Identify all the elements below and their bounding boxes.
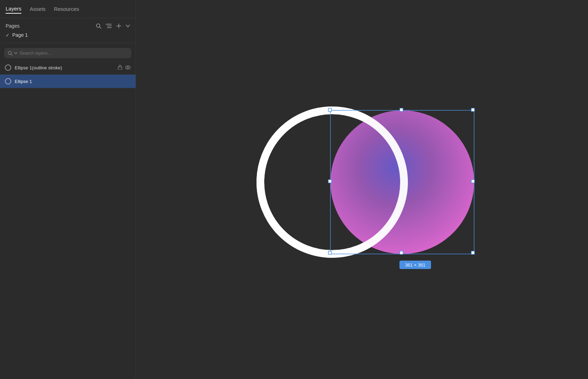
layer-name: Ellipse 1 xyxy=(15,79,131,84)
handle-lm xyxy=(328,180,331,183)
tab-layers[interactable]: Layers xyxy=(6,4,21,14)
pages-collapse-icon[interactable] xyxy=(105,23,112,28)
svg-line-8 xyxy=(11,54,13,55)
handle-bl xyxy=(328,251,331,254)
page-check-icon: ✓ xyxy=(6,33,9,38)
canvas-area[interactable]: 361 × 361 xyxy=(136,0,588,379)
layer-item-ellipse1-outline[interactable]: Ellipse 1(outline stroke) xyxy=(0,61,136,75)
handle-rm xyxy=(471,180,474,183)
svg-point-10 xyxy=(125,66,130,69)
pages-search-icon[interactable] xyxy=(96,23,101,29)
pages-dropdown-icon[interactable] xyxy=(126,25,130,27)
layer-shape-icon xyxy=(5,64,11,71)
handle-bm xyxy=(400,251,403,254)
svg-rect-9 xyxy=(118,67,122,70)
tab-bar: Layers Assets Resources xyxy=(0,0,136,18)
page-item-page1[interactable]: ✓ Page 1 xyxy=(6,29,130,39)
lock-icon[interactable] xyxy=(118,64,122,71)
search-layers-input[interactable] xyxy=(20,50,128,56)
eye-icon[interactable] xyxy=(125,65,131,70)
pages-add-icon[interactable] xyxy=(116,23,122,29)
layers-list: Ellipse 1(outline stroke) xyxy=(0,61,136,88)
pages-title: Pages xyxy=(6,23,20,29)
svg-line-1 xyxy=(100,27,101,28)
page-name: Page 1 xyxy=(12,32,28,38)
layer-actions xyxy=(118,64,131,71)
handle-br xyxy=(471,251,474,254)
canvas-svg: 361 × 361 xyxy=(136,0,588,379)
pages-section: Pages xyxy=(0,18,136,43)
handle-tl xyxy=(328,108,331,111)
layer-shape-icon xyxy=(5,78,11,84)
search-icon-wrap[interactable] xyxy=(8,51,18,56)
size-label-text: 361 × 361 xyxy=(405,262,425,268)
canvas-content: 361 × 361 xyxy=(136,0,588,379)
search-bar xyxy=(4,48,131,58)
layer-item-ellipse1[interactable]: Ellipse 1 xyxy=(0,75,136,88)
svg-point-11 xyxy=(127,67,129,68)
pages-icons xyxy=(96,23,130,29)
pages-header: Pages xyxy=(6,23,130,29)
sidebar: Layers Assets Resources Pages xyxy=(0,0,136,379)
tab-resources[interactable]: Resources xyxy=(54,5,79,13)
handle-tm xyxy=(400,108,403,111)
layer-name: Ellipse 1(outline stroke) xyxy=(15,65,114,70)
tab-assets[interactable]: Assets xyxy=(30,5,46,13)
handle-tr xyxy=(471,108,474,111)
